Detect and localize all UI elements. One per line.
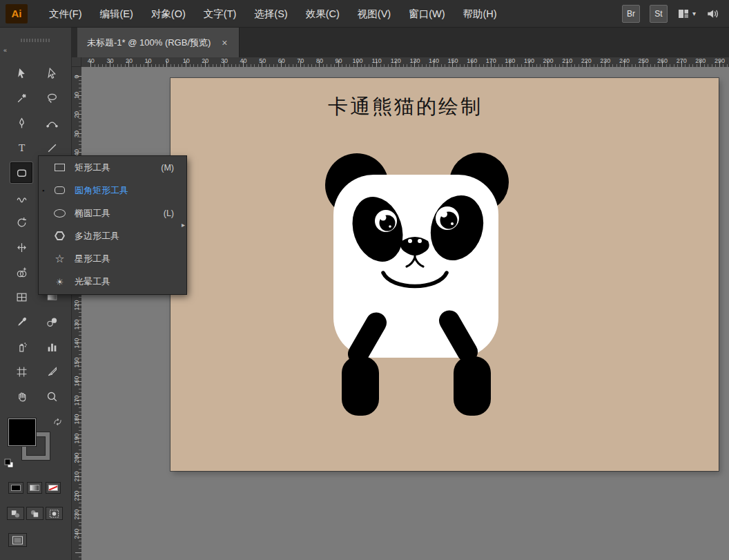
draw-behind-button[interactable]: [26, 507, 43, 520]
flyout-tearoff-arrow[interactable]: ▸: [182, 221, 185, 229]
draw-behind-icon: [30, 509, 40, 519]
selection-tool[interactable]: [10, 63, 32, 84]
flyout-item[interactable]: ▪ 矩形工具 (M): [39, 156, 186, 179]
flyout-item-label: 多边形工具: [75, 230, 119, 242]
blend-tool-icon: [46, 316, 58, 328]
flyout-item[interactable]: ▪ 圆角矩形工具: [39, 179, 186, 202]
none-button[interactable]: [46, 482, 61, 494]
fill-color-swatch[interactable]: [8, 418, 36, 446]
pen-tool[interactable]: [10, 113, 32, 133]
ruler-label: 100: [348, 57, 367, 67]
app-logo[interactable]: Ai: [6, 4, 28, 23]
line-segment-tool[interactable]: [41, 137, 63, 158]
rounded-rectangle-tool[interactable]: [10, 162, 32, 183]
artboard-tool[interactable]: [10, 361, 32, 382]
curvature-tool[interactable]: [41, 113, 63, 133]
direct-selection-tool[interactable]: [41, 63, 63, 84]
panda-left-eye-highlight: [380, 215, 387, 221]
default-fill-stroke-button[interactable]: [4, 458, 14, 471]
flyout-item[interactable]: ▪ 多边形工具: [39, 224, 186, 247]
menu-item[interactable]: 窗口(W): [400, 0, 454, 28]
workspace-switcher-button[interactable]: ▾: [677, 8, 696, 19]
flyout-item[interactable]: ▪ 光晕工具: [39, 270, 186, 293]
gradient-button[interactable]: [27, 482, 42, 494]
default-swatches-icon: [4, 458, 14, 469]
ruler-label: 240: [615, 57, 634, 67]
toolbar-drag-texture[interactable]: [21, 39, 51, 42]
screen-mode-button[interactable]: [8, 533, 27, 547]
column-graph-tool[interactable]: [41, 336, 63, 357]
gradient-chip-icon: [30, 485, 39, 491]
shape-builder-tool[interactable]: [10, 262, 32, 282]
flyout-item-label: 星形工具: [75, 253, 110, 265]
ruler-label: 220: [576, 57, 596, 67]
flyout-item[interactable]: ▪ 椭圆工具 (L): [39, 202, 186, 224]
ruler-label: 250: [634, 57, 653, 67]
menu-item[interactable]: 编辑(E): [91, 0, 142, 28]
draw-inside-button[interactable]: [46, 507, 63, 520]
color-button[interactable]: [8, 482, 23, 494]
ruler-label: 20: [196, 57, 215, 67]
stock-button[interactable]: St: [650, 5, 668, 23]
eyedropper-tool[interactable]: [10, 311, 32, 332]
menubar-right: Br St ▾: [622, 5, 719, 23]
menu-item[interactable]: 文字(T): [195, 0, 246, 28]
color-chip-icon: [11, 485, 21, 491]
hand-tool[interactable]: [10, 386, 32, 407]
document-tab[interactable]: 未标题-1* @ 100% (RGB/预览) ×: [77, 28, 240, 57]
collapse-toolbar-button[interactable]: «: [3, 47, 7, 54]
draw-normal-button[interactable]: [7, 507, 24, 520]
menu-item[interactable]: 视图(V): [349, 0, 400, 28]
ruler-label: 0: [157, 57, 177, 67]
swap-fill-stroke-button[interactable]: [52, 417, 63, 429]
menu-item[interactable]: 文件(F): [40, 0, 91, 28]
width-tool-icon: [16, 242, 28, 253]
type-tool[interactable]: T: [10, 137, 32, 158]
panda-illustration[interactable]: [171, 78, 719, 471]
zoom-tool-icon: [46, 391, 58, 403]
slice-tool[interactable]: [41, 361, 63, 382]
share-screen-icon[interactable]: [706, 8, 719, 20]
lasso-tool[interactable]: [41, 88, 63, 108]
ruler-label: 20: [72, 105, 81, 124]
line-segment-tool-icon: [46, 142, 58, 154]
blend-tool[interactable]: [41, 311, 63, 332]
rounded-rectangle-tool-icon: [16, 167, 28, 179]
ruler-label: 20: [119, 57, 139, 67]
ruler-label: 10: [139, 57, 158, 67]
mesh-tool[interactable]: [10, 287, 32, 307]
magic-wand-tool[interactable]: [10, 88, 32, 108]
panda-right-foot: [454, 356, 491, 416]
ruler-label: 210: [558, 57, 577, 67]
vertical-ruler[interactable]: 0102030405060708090100110120130140150160…: [72, 67, 81, 560]
menu-item[interactable]: 选择(S): [245, 0, 296, 28]
width-tool[interactable]: [10, 237, 32, 258]
ruler-label: 40: [81, 57, 101, 67]
menu-item[interactable]: 帮助(H): [454, 0, 505, 28]
close-tab-button[interactable]: ×: [220, 37, 229, 48]
color-mode-row: [8, 482, 61, 494]
symbol-sprayer-tool[interactable]: [10, 336, 32, 357]
shaper-tool[interactable]: [10, 187, 32, 208]
bridge-button[interactable]: Br: [622, 5, 640, 23]
flyout-item[interactable]: ▪ 星形工具: [39, 247, 186, 270]
artboard[interactable]: 卡通熊猫的绘制: [171, 78, 719, 471]
menu-item[interactable]: 效果(C): [297, 0, 349, 28]
zoom-tool[interactable]: [41, 386, 63, 407]
ruler-label: 90: [329, 57, 349, 67]
ruler-label: 180: [500, 57, 520, 67]
panda-left-eye-dot: [389, 225, 391, 228]
rotate-tool[interactable]: [10, 212, 32, 233]
ruler-label: 200: [72, 448, 81, 467]
ruler-corner: [72, 57, 81, 67]
menubar: Ai 文件(F)编辑(E)对象(O)文字(T)选择(S)效果(C)视图(V)窗口…: [0, 0, 729, 28]
menu-item[interactable]: 对象(O): [142, 0, 195, 28]
pen-tool-icon: [16, 117, 28, 129]
ruler-label: 200: [538, 57, 558, 67]
drawing-mode-row: [7, 507, 63, 520]
ruler-label: 150: [443, 57, 463, 67]
horizontal-ruler[interactable]: 4030201001020304050607080901001101201301…: [81, 57, 729, 67]
ruler-label: 30: [72, 124, 81, 144]
ruler-label: 230: [72, 505, 81, 525]
ruler-label: 230: [596, 57, 615, 67]
